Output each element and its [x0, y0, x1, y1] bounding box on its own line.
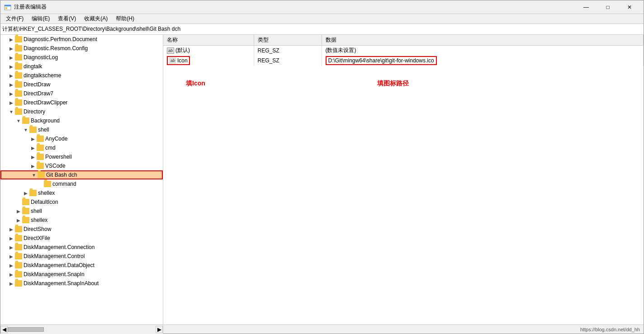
folder-icon [22, 208, 29, 214]
tree-item-directory-shellex[interactable]: ▶ shellex [0, 216, 163, 225]
tree-item-anycode[interactable]: ▶ AnyCode [0, 134, 163, 143]
tree-label: shellex [31, 217, 161, 223]
tree-label: DirectDraw7 [24, 90, 161, 97]
reg-data: (数值未设置) [322, 46, 644, 56]
expand-icon: ▶ [8, 244, 15, 251]
right-panel: 名称 类型 数据 ab (默认) REG_SZ [163, 35, 644, 325]
folder-icon [38, 172, 45, 178]
reg-value-icon: ab [167, 47, 174, 54]
maximize-button[interactable]: □ [597, 0, 618, 14]
tree-label: DirectDrawClipper [24, 99, 161, 106]
expand-icon: ▼ [8, 108, 15, 115]
tree-item-shell[interactable]: ▼ shell [0, 125, 163, 134]
expand-icon: ▶ [29, 162, 37, 169]
reg-data-icon-path: D:\Git\mingw64\share\git\git-for-windows… [322, 55, 644, 66]
tree-item-powershell[interactable]: ▶ Powershell [0, 152, 163, 161]
tree-label: VSCode [45, 163, 161, 169]
tree-item-directdraw[interactable]: ▶ DirectDraw [0, 80, 163, 89]
tree-label: Background [31, 118, 161, 124]
col-data: 数据 [322, 35, 644, 46]
close-button[interactable]: ✕ [619, 0, 640, 14]
tree-item-dingtalk[interactable]: ▶ dingtalk [0, 62, 163, 71]
scroll-right-btn[interactable]: ▶ [156, 326, 163, 333]
tree-label: shellex [38, 190, 161, 196]
folder-icon [44, 181, 51, 187]
tree-item-diagnostic-perfmon[interactable]: ▶ Diagnostic.Perfmon.Document [0, 35, 163, 44]
scroll-left-btn[interactable]: ◀ [0, 326, 8, 333]
tree-panel[interactable]: ▶ Diagnostic.Perfmon.Document ▶ Diagnost… [0, 35, 163, 325]
menu-view[interactable]: 查看(V) [54, 14, 80, 24]
scroll-track [8, 327, 156, 332]
folder-icon [15, 235, 22, 241]
expand-icon: ▶ [29, 153, 37, 160]
tree-item-diskmanagement-connection[interactable]: ▶ DiskManagement.Connection [0, 243, 163, 252]
tree-item-diskmanagement-snapin[interactable]: ▶ DiskManagement.SnapIn [0, 270, 163, 279]
folder-icon [22, 118, 29, 124]
reg-data-value: D:\Git\mingw64\share\git\git-for-windows… [328, 57, 434, 64]
table-row[interactable]: ab (默认) REG_SZ (数值未设置) [163, 46, 644, 56]
table-row[interactable]: ab Icon REG_SZ D:\Git\mingw64\share\git\… [163, 55, 644, 66]
folder-icon [15, 262, 22, 268]
tree-item-directshow[interactable]: ▶ DirectShow [0, 225, 163, 234]
folder-icon [29, 127, 37, 133]
tree-item-diagnostic-resmon[interactable]: ▶ Diagnostic.Resmon.Config [0, 44, 163, 53]
tree-item-diskmanagement-dataobject[interactable]: ▶ DiskManagement.DataObject [0, 261, 163, 270]
tree-item-shellex[interactable]: ▶ shellex [0, 188, 163, 198]
folder-icon [15, 63, 22, 70]
tree-item-command[interactable]: ▶ command [0, 179, 163, 188]
tree-label: Powershell [45, 154, 161, 160]
app-icon [4, 4, 11, 11]
expand-icon: ▶ [29, 135, 37, 142]
expand-icon: ▶ [29, 144, 37, 151]
expand-icon: ▶ [8, 45, 15, 52]
tree-item-directdraw7[interactable]: ▶ DirectDraw7 [0, 89, 163, 98]
tree-item-diskmanagement-snapinabout[interactable]: ▶ DiskManagement.SnapInAbout [0, 279, 163, 288]
icon-name-highlight: ab Icon [167, 56, 190, 65]
tree-label: Directory [24, 108, 161, 115]
tree-label: DefaultIcon [31, 199, 161, 205]
tree-item-defaulticon[interactable]: ▶ DefaultIcon [0, 198, 163, 207]
tree-item-dingtalkscheme[interactable]: ▶ dingtalkscheme [0, 71, 163, 80]
icon-annotation: 填Icon [186, 80, 205, 88]
expand-icon: ▶ [8, 81, 15, 88]
tree-item-directory-shell[interactable]: ▶ shell [0, 207, 163, 216]
expand-icon: ▶ [15, 207, 22, 215]
tree-item-diskmanagement-control[interactable]: ▶ DiskManagement.Control [0, 252, 163, 261]
window-controls: — □ ✕ [576, 0, 640, 14]
menu-bar: 文件(F) 编辑(E) 查看(V) 收藏夹(A) 帮助(H) [0, 14, 644, 24]
annotation-area: 填Icon 填图标路径 [163, 66, 644, 325]
expand-icon: ▶ [8, 36, 15, 43]
expand-icon: ▼ [15, 117, 22, 124]
main-content: ▶ Diagnostic.Perfmon.Document ▶ Diagnost… [0, 35, 644, 325]
tree-item-cmd[interactable]: ▶ cmd [0, 143, 163, 152]
folder-icon [15, 108, 22, 115]
minimize-button[interactable]: — [576, 0, 597, 14]
tree-scrollbar-h[interactable]: ◀ ▶ [0, 325, 163, 334]
tree-item-vscode[interactable]: ▶ VSCode [0, 161, 163, 170]
tree-item-diagnosticlog[interactable]: ▶ DiagnosticLog [0, 53, 163, 62]
expand-icon: ▶ [8, 99, 15, 106]
menu-help[interactable]: 帮助(H) [112, 14, 138, 24]
folder-icon [37, 163, 44, 169]
scroll-thumb[interactable] [8, 327, 44, 332]
menu-favorites[interactable]: 收藏夹(A) [80, 14, 111, 24]
path-annotation: 填图标路径 [377, 80, 409, 88]
tree-item-directdrawclipper[interactable]: ▶ DirectDrawClipper [0, 98, 163, 107]
folder-icon [15, 244, 22, 250]
tree-item-git-bash-dch[interactable]: ▼ Git Bash dch [0, 170, 163, 179]
tree-label: DiskManagement.Connection [24, 244, 161, 250]
tree-label: DiskManagement.SnapIn [24, 271, 161, 278]
menu-file[interactable]: 文件(F) [2, 14, 27, 24]
col-name: 名称 [163, 35, 254, 46]
expand-icon: ▶ [15, 216, 22, 224]
tree-item-directxfile[interactable]: ▶ DirectXFile [0, 234, 163, 243]
menu-edit[interactable]: 编辑(E) [28, 14, 53, 24]
tree-item-directory[interactable]: ▼ Directory [0, 107, 163, 116]
address-bar: 计算机\HKEY_CLASSES_ROOT\Directory\Backgrou… [0, 24, 644, 35]
tree-item-background[interactable]: ▼ Background [0, 116, 163, 125]
folder-icon [15, 90, 22, 97]
status-url: https://blog.csdn.net/dd_hh [580, 327, 640, 332]
folder-icon [37, 145, 44, 151]
svg-rect-2 [5, 7, 7, 9]
reg-value-icon: ab [169, 57, 176, 64]
